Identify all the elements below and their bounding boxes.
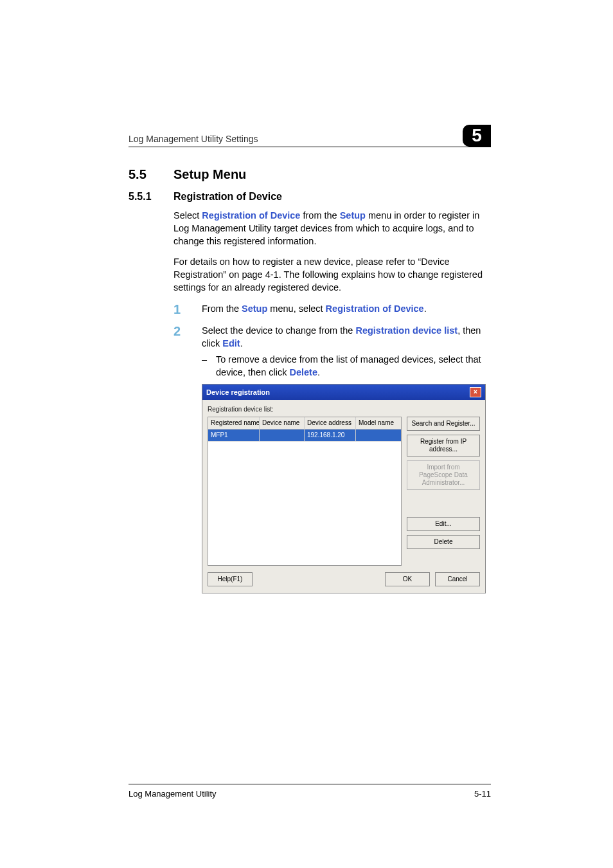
table-row[interactable]: MFP1 192.168.1.20 [208, 429, 401, 442]
dialog-side-buttons: Search and Register... Register from IP … [407, 417, 480, 566]
footer-page-number: 5-11 [474, 789, 491, 799]
link-edit[interactable]: Edit [222, 338, 240, 348]
link-registration-of-device[interactable]: Registration of Device [202, 210, 300, 221]
dialog-titlebar[interactable]: Device registration × [202, 384, 485, 400]
import-from-pagescope-button: Import from PageScope Data Administrator… [407, 460, 480, 490]
link-registration-of-device[interactable]: Registration of Device [326, 303, 424, 314]
link-setup[interactable]: Setup [242, 303, 267, 314]
paragraph-2: For details on how to register a new dev… [173, 255, 491, 294]
paragraph-1: Select Registration of Device from the S… [173, 209, 491, 248]
device-registration-dialog: Device registration × Registration devic… [202, 384, 486, 593]
page-footer: Log Management Utility 5-11 [129, 789, 491, 799]
running-header: Log Management Utility Settings [129, 134, 491, 147]
search-and-register-button[interactable]: Search and Register... [407, 417, 480, 431]
cancel-button[interactable]: Cancel [435, 572, 480, 586]
link-delete[interactable]: Delete [289, 367, 317, 377]
dialog-title-text: Device registration [206, 388, 270, 397]
footer-doc-title: Log Management Utility [129, 789, 217, 799]
cell-device-name [260, 429, 305, 441]
running-header-text: Log Management Utility Settings [129, 134, 258, 144]
close-icon[interactable]: × [470, 387, 481, 397]
body-text: Select Registration of Device from the S… [173, 209, 491, 593]
cell-device-address: 192.168.1.20 [305, 429, 356, 441]
col-model-name[interactable]: Model name [356, 417, 401, 429]
col-registered-name[interactable]: Registered name [208, 417, 260, 429]
subsection-heading: 5.5.1 Registration of Device [129, 191, 491, 203]
ok-button[interactable]: OK [385, 572, 430, 586]
section-number: 5.5 [129, 167, 162, 182]
step-text: Select the device to change from the Reg… [202, 325, 491, 350]
step-number: 2 [173, 325, 189, 350]
bullet-text: To remove a device from the list of mana… [216, 354, 491, 379]
dialog-footer: Help(F1) OK Cancel [208, 572, 480, 586]
cell-registered-name: MFP1 [208, 429, 260, 441]
subsection-number: 5.5.1 [129, 191, 162, 203]
bullet-item: – To remove a device from the list of ma… [202, 354, 491, 379]
col-device-name[interactable]: Device name [260, 417, 305, 429]
table-header-row: Registered name Device name Device addre… [208, 417, 401, 429]
register-from-ip-button[interactable]: Register from IP address... [407, 435, 480, 457]
footer-rule [129, 784, 491, 784]
step-1: 1 From the Setup menu, select Registrati… [173, 303, 491, 316]
link-setup[interactable]: Setup [340, 210, 366, 221]
step-number: 1 [173, 303, 189, 316]
registration-device-list[interactable]: Registered name Device name Device addre… [208, 417, 402, 566]
step-2: 2 Select the device to change from the R… [173, 325, 491, 350]
spacer [407, 494, 480, 513]
col-device-address[interactable]: Device address [305, 417, 356, 429]
registration-list-label: Registration device list: [208, 405, 480, 414]
edit-button[interactable]: Edit... [407, 517, 480, 531]
chapter-number-badge: 5 [463, 125, 491, 147]
content-area: 5.5 Setup Menu 5.5.1 Registration of Dev… [129, 167, 491, 593]
dialog-main: Registered name Device name Device addre… [208, 417, 480, 566]
delete-button[interactable]: Delete [407, 535, 480, 549]
subsection-title: Registration of Device [173, 191, 282, 203]
section-heading: 5.5 Setup Menu [129, 167, 491, 182]
cell-model-name [356, 429, 401, 441]
step-text: From the Setup menu, select Registration… [202, 303, 427, 316]
dialog-footer-right: OK Cancel [385, 572, 480, 586]
dialog-body: Registration device list: Registered nam… [202, 400, 485, 593]
page: Log Management Utility Settings 5 5.5 Se… [0, 0, 613, 868]
section-title: Setup Menu [173, 167, 246, 182]
link-registration-device-list[interactable]: Registration device list [355, 325, 458, 336]
help-button[interactable]: Help(F1) [208, 572, 253, 586]
bullet-dash: – [202, 354, 208, 379]
